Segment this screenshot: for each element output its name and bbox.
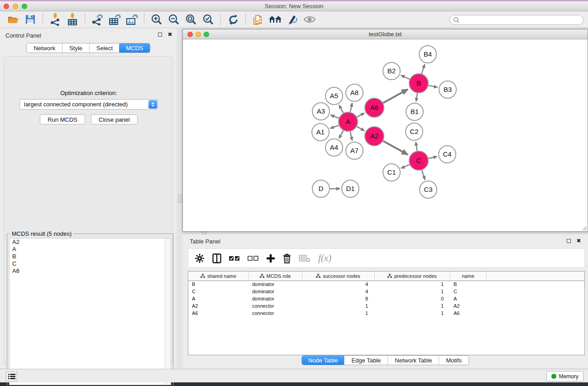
graph-edge-A-A8[interactable] — [350, 103, 352, 112]
graph-edge-A-A4[interactable] — [339, 130, 344, 138]
graph-edge-B-B2[interactable] — [401, 75, 410, 79]
graph-node-B[interactable]: B — [409, 74, 428, 93]
table-cell[interactable]: 0 — [374, 295, 450, 302]
import-network-button[interactable] — [47, 12, 64, 27]
graph-node-C3[interactable]: C3 — [420, 181, 437, 198]
table-row[interactable]: Adominator80A — [188, 295, 584, 302]
tab-edge-table[interactable]: Edge Table — [344, 356, 387, 365]
graph-node-C2[interactable]: C2 — [406, 123, 423, 140]
tab-mcds[interactable]: MCDS — [119, 43, 150, 53]
zoom-fit-button[interactable] — [182, 12, 200, 27]
column-header-successor-nodes[interactable]: successor nodes — [302, 272, 374, 281]
table-row[interactable]: Bdominator41B — [188, 281, 584, 288]
vertical-splitter-handle[interactable] — [178, 195, 182, 203]
graph-edge-A-A5[interactable] — [339, 105, 344, 113]
table-row[interactable]: A2connector11A2 — [188, 302, 584, 310]
graph-node-A7[interactable]: A7 — [346, 142, 363, 159]
delete-table-button[interactable] — [299, 254, 311, 263]
tab-network-table[interactable]: Network Table — [387, 356, 439, 365]
zoom-out-button[interactable] — [165, 12, 182, 27]
clone-network-button[interactable] — [249, 12, 267, 27]
graph-node-C[interactable]: C — [409, 151, 428, 170]
resize-grip-icon[interactable] — [581, 225, 587, 231]
graph-node-B2[interactable]: B2 — [383, 62, 400, 80]
table-cell[interactable]: 1 — [302, 302, 374, 310]
table-cell[interactable]: B — [450, 281, 486, 288]
table-cell[interactable]: 1 — [302, 310, 374, 317]
table-cell[interactable]: C — [450, 288, 486, 295]
table-cell[interactable]: C — [188, 288, 249, 295]
result-list-item[interactable]: A2 — [10, 238, 171, 246]
graph-node-A3[interactable]: A3 — [312, 103, 330, 120]
tab-motifs[interactable]: Motifs — [439, 356, 468, 365]
table-options-button[interactable] — [195, 253, 205, 263]
table-cell[interactable]: connector — [249, 302, 302, 310]
graph-node-B3[interactable]: B3 — [439, 81, 456, 98]
graph-edge-B-B3[interactable] — [428, 86, 437, 87]
create-column-button[interactable] — [266, 254, 275, 263]
criterion-dropdown[interactable]: largest connected component (directed) — [19, 99, 158, 110]
result-list-item[interactable]: A — [10, 246, 171, 253]
graph-edge-A-A1[interactable] — [330, 125, 339, 129]
table-cell[interactable]: connector — [249, 310, 302, 317]
table-cell[interactable]: dominator — [249, 288, 302, 295]
graph-node-A[interactable]: A — [339, 112, 358, 131]
table-cell[interactable]: 1 — [374, 288, 450, 295]
tab-style[interactable]: Style — [62, 43, 89, 53]
table-cell[interactable]: 1 — [374, 281, 450, 288]
graph-edge-A-A6[interactable] — [357, 113, 364, 117]
deselect-all-button[interactable] — [248, 256, 258, 261]
zoom-in-button[interactable] — [148, 12, 165, 27]
graph-node-C1[interactable]: C1 — [383, 164, 400, 181]
result-list-item[interactable]: C — [10, 260, 171, 267]
graph-node-A8[interactable]: A8 — [346, 84, 363, 101]
tab-network[interactable]: Network — [27, 43, 62, 53]
graph-edge-A-A2[interactable] — [357, 127, 364, 131]
table-cell[interactable]: 4 — [302, 281, 374, 288]
export-table-button[interactable] — [106, 12, 123, 27]
graph-node-C4[interactable]: C4 — [439, 146, 456, 163]
network-canvas[interactable]: AA1A2A3A4A5A6A7A8BB1B2B3B4CC1C2C3C4DD1 — [183, 39, 588, 231]
table-cell[interactable]: A — [450, 295, 486, 302]
zoom-selected-button[interactable] — [200, 12, 217, 27]
table-row[interactable]: Cdominator41C — [188, 288, 584, 295]
graph-edge-A2-C[interactable] — [383, 141, 408, 155]
graph-edge-A6-B[interactable] — [383, 89, 408, 103]
graph-node-A6[interactable]: A6 — [365, 98, 384, 117]
table-row[interactable]: A6connector11A6 — [188, 310, 584, 317]
table-cell[interactable]: dominator — [249, 281, 302, 288]
float-panel-button[interactable] — [157, 32, 163, 38]
import-table-button[interactable] — [64, 12, 81, 27]
graph-edge-C-C3[interactable] — [422, 170, 425, 180]
table-cell[interactable]: A — [188, 295, 249, 302]
result-list-scrollbar[interactable] — [165, 238, 171, 385]
graph-edge-C-C4[interactable] — [428, 157, 437, 158]
graph-node-A2[interactable]: A2 — [365, 127, 384, 146]
export-image-button[interactable] — [123, 12, 140, 27]
search-box[interactable] — [449, 15, 583, 25]
close-panel-action-button[interactable]: Close panel — [91, 114, 138, 124]
graph-node-D1[interactable]: D1 — [342, 180, 359, 197]
table-cell[interactable]: A2 — [188, 302, 249, 310]
table-cell[interactable]: B — [188, 281, 249, 288]
tab-node-table[interactable]: Node Table — [301, 355, 345, 365]
annotation-pen-button[interactable] — [284, 12, 301, 27]
refresh-button[interactable] — [225, 12, 242, 27]
table-cell[interactable]: dominator — [249, 295, 302, 302]
graph-edge-C-C2[interactable] — [416, 142, 417, 151]
graph-edge-B-B4[interactable] — [422, 64, 425, 74]
table-cell[interactable]: 4 — [302, 288, 374, 295]
search-input[interactable] — [459, 16, 583, 24]
column-header-MCDS-role[interactable]: MCDS role — [249, 272, 302, 281]
column-header-name[interactable]: name — [450, 272, 486, 281]
table-cell[interactable]: A6 — [188, 310, 249, 317]
select-all-button[interactable] — [229, 256, 240, 261]
save-session-button[interactable] — [22, 12, 39, 27]
run-mcds-button[interactable]: Run MCDS — [40, 114, 85, 124]
table-cell[interactable]: A2 — [450, 302, 486, 310]
graph-node-B4[interactable]: B4 — [419, 46, 436, 63]
close-panel-button[interactable]: ✖ — [167, 32, 173, 38]
home-button[interactable] — [267, 12, 284, 27]
column-header-predecessor-nodes[interactable]: predecessor nodes — [374, 272, 450, 281]
function-builder-button[interactable]: f(x) — [318, 253, 331, 264]
